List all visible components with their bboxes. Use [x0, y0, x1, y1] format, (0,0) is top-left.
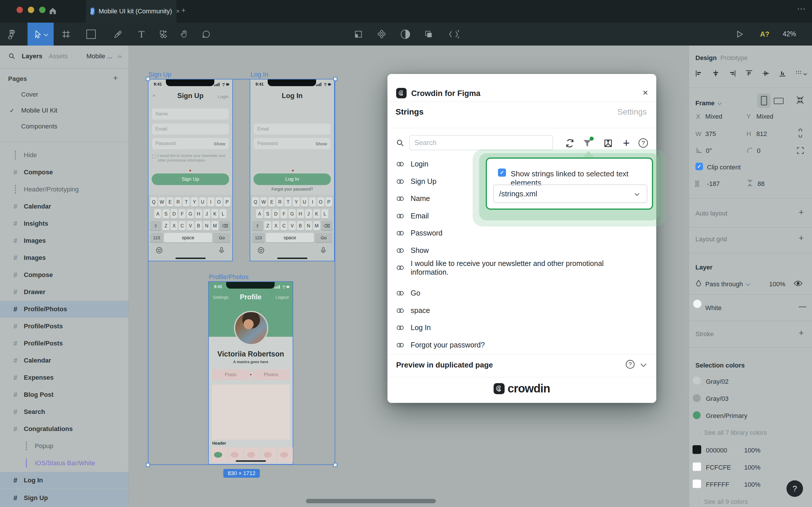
- login-button[interactable]: Log In: [253, 173, 331, 185]
- figma-help-button[interactable]: ?: [787, 480, 803, 497]
- show-password-link[interactable]: Show: [315, 141, 327, 146]
- email-field[interactable]: Email: [152, 123, 229, 134]
- key[interactable]: ⇧: [252, 221, 263, 231]
- layer-row[interactable]: #Images: [0, 249, 128, 266]
- selection-handle[interactable]: [333, 77, 337, 81]
- key[interactable]: Y: [191, 197, 198, 207]
- align-left-icon[interactable]: [695, 69, 703, 77]
- radius-value[interactable]: 0: [757, 147, 760, 155]
- key[interactable]: O: [216, 197, 222, 207]
- dev-resources-icon[interactable]: [444, 22, 463, 46]
- key[interactable]: I: [207, 197, 214, 207]
- add-page-icon[interactable]: +: [113, 73, 118, 83]
- layer-row[interactable]: #Congratulations: [0, 420, 128, 437]
- key[interactable]: ⌫: [321, 221, 332, 231]
- shape-tool-icon[interactable]: [85, 22, 97, 46]
- file-menu-label[interactable]: Mobile ...: [86, 53, 112, 60]
- key[interactable]: 123: [150, 233, 163, 242]
- key[interactable]: N: [305, 221, 312, 231]
- string-row[interactable]: I would like to receive your newsletter …: [396, 259, 640, 276]
- tab-assets[interactable]: Assets: [49, 53, 68, 60]
- layer-row-selected[interactable]: #Log In: [0, 472, 128, 489]
- key[interactable]: T: [285, 197, 291, 207]
- key[interactable]: R: [276, 197, 283, 207]
- page-item-current[interactable]: ✓Mobile UI Kit: [0, 102, 128, 118]
- main-menu-icon[interactable]: [5, 22, 18, 46]
- fill-swatch[interactable]: [693, 300, 701, 308]
- layer-row[interactable]: #Drawer: [0, 284, 128, 300]
- key[interactable]: K: [212, 209, 218, 219]
- layer-row[interactable]: #Blog Post: [0, 386, 128, 403]
- photos-tab[interactable]: Photos: [252, 369, 290, 380]
- pen-tool-icon[interactable]: [112, 22, 124, 46]
- key[interactable]: O: [317, 197, 324, 207]
- email-field[interactable]: Email: [254, 123, 331, 134]
- key[interactable]: M: [212, 221, 218, 231]
- key[interactable]: R: [175, 197, 181, 207]
- key[interactable]: V: [187, 221, 194, 231]
- tab-strings[interactable]: Strings: [396, 107, 423, 117]
- key[interactable]: D: [171, 209, 177, 219]
- preview-button[interactable]: Preview in duplicated page: [396, 360, 493, 370]
- signup-frame[interactable]: 9:41 × Sign Up Login Name Email Password…: [148, 79, 233, 261]
- key[interactable]: H: [297, 209, 304, 219]
- layer-row[interactable]: #Calendar: [0, 352, 128, 369]
- see-library-colors-link[interactable]: See all 7 library colors: [704, 429, 767, 437]
- filter-icon[interactable]: [582, 138, 592, 148]
- text-tool-icon[interactable]: T: [135, 22, 148, 46]
- string-row[interactable]: Password: [396, 229, 443, 237]
- tab-settings[interactable]: Settings: [618, 107, 647, 117]
- horizontal-scrollbar[interactable]: [306, 499, 436, 503]
- key[interactable]: 123: [252, 233, 265, 242]
- tab-layers[interactable]: Layers: [22, 53, 42, 60]
- key[interactable]: W: [260, 197, 267, 207]
- string-row[interactable]: Show: [396, 246, 429, 255]
- hex-value[interactable]: FCFCFE: [706, 464, 731, 471]
- frame-label-signup[interactable]: Sign Up: [149, 71, 171, 78]
- key[interactable]: X: [272, 221, 279, 231]
- key[interactable]: G: [187, 209, 194, 219]
- y-value[interactable]: Mixed: [756, 113, 773, 120]
- traffic-zoom-icon[interactable]: [39, 7, 46, 13]
- hex-opacity[interactable]: 100%: [744, 447, 760, 454]
- key[interactable]: B: [195, 221, 202, 231]
- component-set-icon[interactable]: [375, 22, 388, 46]
- key[interactable]: E: [268, 197, 275, 207]
- clip-content-checkbox[interactable]: ✓: [695, 163, 703, 170]
- landscape-orientation-button[interactable]: [774, 98, 784, 104]
- key[interactable]: Y: [293, 197, 300, 207]
- color-name[interactable]: Gray/02: [706, 378, 729, 386]
- component-tool-icon[interactable]: [157, 22, 170, 46]
- key[interactable]: A: [154, 209, 161, 219]
- name-field[interactable]: Name: [152, 109, 229, 119]
- sync-icon[interactable]: [565, 138, 575, 148]
- fill-name[interactable]: White: [705, 304, 721, 312]
- key[interactable]: B: [297, 221, 304, 231]
- string-row[interactable]: Forgot your password?: [396, 341, 485, 349]
- string-row[interactable]: space: [396, 306, 430, 315]
- add-layout-grid-icon[interactable]: +: [799, 233, 804, 243]
- layer-row[interactable]: #Insights: [0, 215, 128, 232]
- layer-row[interactable]: Popup: [0, 438, 128, 454]
- password-field[interactable]: Password Show: [152, 138, 229, 149]
- key[interactable]: W: [158, 197, 165, 207]
- tab-prototype[interactable]: Prototype: [720, 54, 748, 62]
- hex-swatch[interactable]: [693, 462, 701, 471]
- key[interactable]: ⇧: [150, 221, 161, 231]
- add-auto-layout-icon[interactable]: +: [799, 207, 804, 217]
- distribute-menu-icon[interactable]: [795, 70, 807, 77]
- add-string-icon[interactable]: +: [623, 136, 630, 150]
- selection-handle[interactable]: [146, 77, 150, 81]
- file-tab[interactable]: Mobile UI kit (Community) ×: [86, 0, 176, 22]
- independent-corners-icon[interactable]: [796, 147, 805, 155]
- key[interactable]: L: [220, 209, 227, 219]
- key[interactable]: ⌫: [220, 221, 231, 231]
- show-password-link[interactable]: Show: [214, 141, 225, 146]
- forgot-password-link[interactable]: Forgot your password?: [250, 187, 334, 191]
- key[interactable]: Q: [252, 197, 259, 207]
- frame-label-login[interactable]: Log In: [250, 71, 268, 78]
- search-icon[interactable]: [8, 53, 16, 60]
- key[interactable]: N: [203, 221, 210, 231]
- selection-handle[interactable]: [333, 463, 337, 467]
- layer-row-selected[interactable]: #Sign Up: [0, 489, 128, 507]
